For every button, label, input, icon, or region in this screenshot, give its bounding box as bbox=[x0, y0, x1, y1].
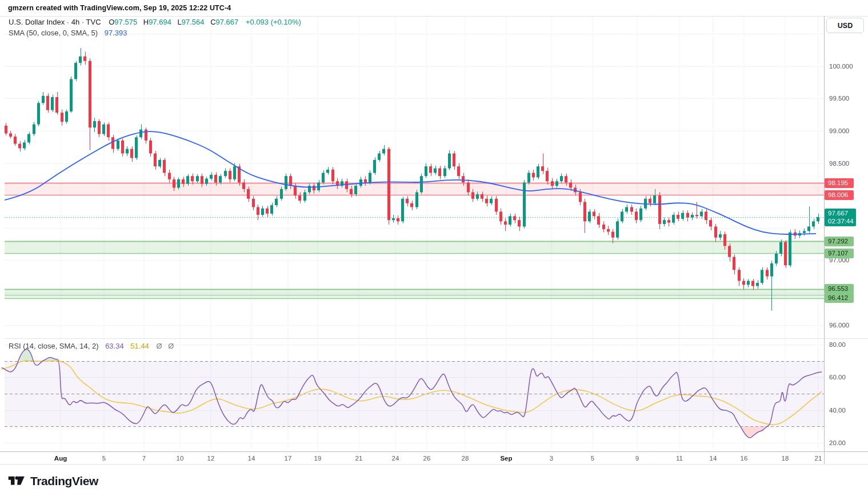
ohlc-low-value: 97.564 bbox=[182, 18, 205, 26]
tradingview-logo[interactable]: TradingView bbox=[7, 473, 98, 489]
price-axis-label: 99.000 bbox=[829, 126, 849, 135]
time-axis-label-Sep[interactable]: Sep bbox=[500, 454, 512, 463]
time-axis-label-11[interactable]: 11 bbox=[676, 454, 683, 463]
price-axis-label: 100.000 bbox=[829, 62, 853, 71]
time-axis-label-14[interactable]: 14 bbox=[710, 454, 717, 463]
sma-legend-label[interactable]: SMA (50, close, 0, SMA, 5) bbox=[9, 29, 98, 37]
ohlc-close-value: 97.667 bbox=[216, 18, 239, 26]
rsi-axis-label: 60.00 bbox=[829, 373, 846, 382]
time-axis-label-7[interactable]: 7 bbox=[142, 454, 146, 463]
tradingview-logo-icon bbox=[7, 473, 25, 489]
rsi-axis-label: 40.00 bbox=[829, 406, 846, 415]
price-level-badge-98.006: 98.006 bbox=[825, 190, 854, 200]
time-axis-label-19[interactable]: 19 bbox=[314, 454, 322, 463]
ohlc-open-label: O bbox=[109, 18, 114, 26]
rsi-legend-signal-value: 51.44 bbox=[130, 342, 149, 350]
price-axis-label: 99.500 bbox=[829, 94, 849, 103]
price-level-badge-96.412: 96.412 bbox=[825, 293, 854, 303]
rsi-legend-value: 63.34 bbox=[105, 342, 124, 350]
time-axis-label-26[interactable]: 26 bbox=[423, 454, 431, 463]
time-axis-label-21[interactable]: 21 bbox=[815, 454, 822, 463]
price-axis-label: 96.000 bbox=[829, 321, 849, 330]
rsi-legend-empty-1: Ø bbox=[156, 342, 162, 350]
time-axis-label-14[interactable]: 14 bbox=[248, 454, 255, 463]
symbol-title[interactable]: U.S. Dollar Index · 4h · TVC bbox=[9, 18, 101, 26]
rsi-axis-label: 20.00 bbox=[829, 438, 846, 447]
price-chart-canvas[interactable] bbox=[0, 0, 868, 500]
time-axis-label-17[interactable]: 17 bbox=[285, 454, 292, 463]
time-axis-label-Aug[interactable]: Aug bbox=[54, 454, 67, 463]
time-axis-label-12[interactable]: 12 bbox=[207, 454, 215, 463]
ohlc-open-value: 97.575 bbox=[114, 18, 137, 26]
time-axis-label-5[interactable]: 5 bbox=[591, 454, 594, 463]
rsi-legend-label[interactable]: RSI (14, close, SMA, 14, 2) bbox=[9, 342, 99, 350]
time-axis-label-18[interactable]: 18 bbox=[782, 454, 789, 463]
tradingview-logo-text: TradingView bbox=[30, 474, 98, 488]
time-axis-label-10[interactable]: 10 bbox=[177, 454, 184, 463]
time-axis-label-28[interactable]: 28 bbox=[462, 454, 469, 463]
price-level-badge-98.195: 98.195 bbox=[825, 178, 854, 188]
price-axis-label: 98.500 bbox=[829, 159, 849, 168]
price-level-badge-97.292: 97.292 bbox=[825, 237, 854, 246]
time-axis-label-24[interactable]: 24 bbox=[392, 454, 399, 463]
price-level-badge-96.553: 96.553 bbox=[825, 284, 854, 294]
rsi-axis-label: 80.00 bbox=[829, 340, 846, 349]
bar-countdown: 02:37:44 bbox=[828, 217, 856, 225]
time-axis-label-3[interactable]: 3 bbox=[550, 454, 553, 463]
current-price-badge: 97.66702:37:44 bbox=[825, 209, 856, 226]
current-price-value: 97.667 bbox=[828, 209, 856, 217]
price-level-badge-97.107: 97.107 bbox=[825, 249, 854, 258]
attribution-text: gmzern created with TradingView.com, Sep… bbox=[8, 4, 231, 12]
rsi-legend-empty-2: Ø bbox=[168, 342, 174, 350]
time-axis-label-9[interactable]: 9 bbox=[635, 454, 639, 463]
sma-legend: SMA (50, close, 0, SMA, 5) 97.393 bbox=[9, 29, 127, 37]
ohlc-high-value: 97.694 bbox=[149, 18, 171, 26]
ohlc-low-label: L bbox=[178, 18, 182, 26]
rsi-legend: RSI (14, close, SMA, 14, 2) 63.34 51.44 … bbox=[9, 342, 178, 350]
symbol-legend: U.S. Dollar Index · 4h · TVC O97.575 H97… bbox=[9, 18, 301, 26]
sma-legend-value: 97.393 bbox=[105, 29, 127, 37]
currency-selector-button[interactable]: USD bbox=[826, 18, 864, 33]
time-axis-label-21[interactable]: 21 bbox=[355, 454, 363, 463]
ohlc-high-label: H bbox=[143, 18, 149, 26]
price-change: +0.093 (+0.10%) bbox=[246, 18, 301, 26]
tradingview-chart-widget: gmzern created with TradingView.com, Sep… bbox=[0, 0, 868, 500]
time-axis-label-5[interactable]: 5 bbox=[102, 454, 106, 463]
time-axis-label-16[interactable]: 16 bbox=[741, 454, 748, 463]
ohlc-close-label: C bbox=[210, 18, 215, 26]
